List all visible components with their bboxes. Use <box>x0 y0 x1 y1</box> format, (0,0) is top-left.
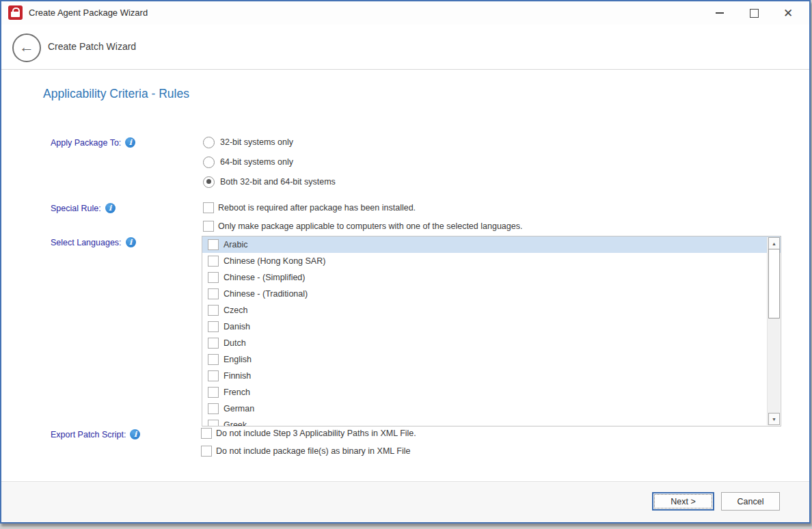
scrollbar-thumb[interactable] <box>768 249 780 318</box>
select-languages-text: Select Languages: <box>51 238 122 247</box>
checkbox-label: Do not include Step 3 Applicability Path… <box>216 429 416 438</box>
export-patch-script-label: Export Patch Script: i <box>51 429 140 439</box>
language-label: Chinese (Hong Kong SAR) <box>224 256 325 266</box>
list-item-greek[interactable]: Greek <box>202 417 781 426</box>
list-item-chinese-hk[interactable]: Chinese (Hong Kong SAR) <box>202 253 781 269</box>
checkbox-icon[interactable] <box>203 221 214 232</box>
select-languages-label: Select Languages: i <box>51 237 136 247</box>
checkbox-icon[interactable] <box>208 354 219 365</box>
checkbox-icon[interactable] <box>201 446 212 457</box>
checkbox-icon[interactable] <box>208 288 219 299</box>
page-title: Applicability Criteria - Rules <box>43 87 189 101</box>
list-item-finnish[interactable]: Finnish <box>202 368 781 384</box>
close-button[interactable]: ✕ <box>771 1 805 25</box>
language-label: French <box>224 388 250 397</box>
list-item-czech[interactable]: Czech <box>202 302 781 318</box>
checkbox-icon[interactable] <box>208 403 219 414</box>
checkbox-label: Reboot is required after package has bee… <box>218 203 416 213</box>
minimize-icon <box>716 12 724 14</box>
checkbox-icon[interactable] <box>208 239 219 250</box>
export-patch-script-text: Export Patch Script: <box>51 430 126 439</box>
radio-label: 32-bit systems only <box>220 137 293 147</box>
radio-circle-icon[interactable] <box>203 157 215 168</box>
checkbox-icon[interactable] <box>208 256 219 267</box>
checkbox-label: Only make package applicable to computer… <box>218 221 522 231</box>
minimize-button[interactable] <box>703 1 737 25</box>
list-item-chinese-traditional[interactable]: Chinese - (Traditional) <box>202 286 781 302</box>
radio-label: Both 32-bit and 64-bit systems <box>220 177 336 187</box>
list-item-french[interactable]: French <box>202 384 781 401</box>
list-item-danish[interactable]: Danish <box>202 318 781 335</box>
cancel-button[interactable]: Cancel <box>721 492 780 511</box>
checkbox-exclude-binary[interactable]: Do not include package file(s) as binary… <box>201 445 410 457</box>
maximize-button[interactable] <box>737 1 771 25</box>
checkbox-icon[interactable] <box>203 202 214 213</box>
next-button[interactable]: Next > <box>652 492 714 511</box>
radio-circle-icon[interactable] <box>203 137 215 148</box>
wizard-header: ← Create Patch Wizard <box>1 25 809 70</box>
window-title: Create Agent Package Wizard <box>29 1 148 25</box>
lock-body <box>11 12 20 17</box>
special-rule-text: Special Rule: <box>51 204 101 213</box>
app-lock-icon <box>8 5 23 20</box>
checkbox-icon[interactable] <box>208 305 219 316</box>
language-label: Dutch <box>224 338 246 348</box>
language-listbox[interactable]: Arabic Chinese (Hong Kong SAR) Chinese -… <box>202 236 781 426</box>
language-label: German <box>224 404 254 413</box>
footer: Next > Cancel <box>1 481 809 522</box>
checkbox-icon[interactable] <box>208 338 219 349</box>
back-arrow-icon: ← <box>19 40 34 55</box>
list-item-german[interactable]: German <box>202 401 781 417</box>
info-icon[interactable]: i <box>126 237 136 247</box>
back-button[interactable]: ← <box>12 33 41 62</box>
radio-both[interactable]: Both 32-bit and 64-bit systems <box>203 176 336 188</box>
scroll-down-button[interactable]: ▼ <box>768 413 780 425</box>
language-label: Greek <box>224 420 247 426</box>
checkbox-icon[interactable] <box>208 387 219 398</box>
window-controls: ✕ <box>703 1 805 25</box>
radio-64bit[interactable]: 64-bit systems only <box>203 156 293 168</box>
wizard-window: Create Agent Package Wizard ✕ ← Create P… <box>0 0 811 524</box>
language-label: Finnish <box>224 371 251 381</box>
language-label: Danish <box>224 322 250 331</box>
list-item-arabic[interactable]: Arabic <box>202 236 781 253</box>
language-label: Czech <box>224 306 247 315</box>
language-label: Arabic <box>224 240 247 249</box>
list-item-chinese-simplified[interactable]: Chinese - (Simplified) <box>202 269 781 286</box>
checkbox-exclude-applicability-paths[interactable]: Do not include Step 3 Applicability Path… <box>201 427 416 439</box>
checkbox-icon[interactable] <box>201 428 212 439</box>
checkbox-icon[interactable] <box>208 420 219 426</box>
apply-package-to-label: Apply Package To: i <box>51 137 135 148</box>
titlebar: Create Agent Package Wizard ✕ <box>1 1 809 25</box>
list-item-dutch[interactable]: Dutch <box>202 335 781 351</box>
triangle-up-icon: ▲ <box>772 241 776 246</box>
language-label: English <box>224 355 252 364</box>
language-label: Chinese - (Traditional) <box>224 289 308 299</box>
radio-32bit[interactable]: 32-bit systems only <box>203 136 293 148</box>
listbox-scrollbar[interactable]: ▲ ▼ <box>767 237 780 425</box>
special-rule-label: Special Rule: i <box>51 203 116 213</box>
scroll-up-button[interactable]: ▲ <box>768 237 780 249</box>
checkbox-language-applicable[interactable]: Only make package applicable to computer… <box>203 220 522 232</box>
info-icon[interactable]: i <box>130 429 140 439</box>
info-icon[interactable]: i <box>125 137 135 148</box>
info-icon[interactable]: i <box>105 203 116 213</box>
apply-package-to-text: Apply Package To: <box>51 138 121 148</box>
close-icon: ✕ <box>783 8 793 19</box>
language-label: Chinese - (Simplified) <box>224 273 305 282</box>
checkbox-label: Do not include package file(s) as binary… <box>216 446 410 456</box>
radio-label: 64-bit systems only <box>220 157 293 167</box>
checkbox-icon[interactable] <box>208 272 219 283</box>
triangle-down-icon: ▼ <box>772 417 776 422</box>
checkbox-icon[interactable] <box>208 370 219 381</box>
wizard-name: Create Patch Wizard <box>48 25 136 69</box>
checkbox-icon[interactable] <box>208 321 219 332</box>
maximize-icon <box>750 9 759 18</box>
checkbox-reboot-required[interactable]: Reboot is required after package has bee… <box>203 202 416 214</box>
list-item-english[interactable]: English <box>202 351 781 368</box>
radio-circle-icon[interactable] <box>203 176 215 188</box>
